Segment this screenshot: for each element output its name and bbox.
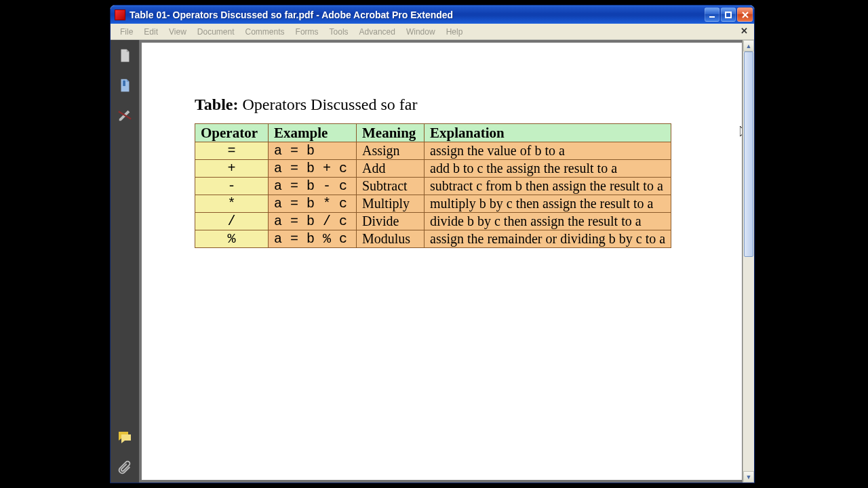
col-operator: Operator — [195, 124, 269, 142]
table-row: / a = b / c Divide divide b by c then as… — [195, 213, 671, 230]
menu-advanced[interactable]: Advanced — [354, 26, 401, 38]
cell-operator: = — [195, 142, 269, 160]
navigation-panel — [111, 40, 139, 483]
cell-explanation: subtract c from b then assign the result… — [425, 178, 671, 195]
cell-operator: - — [195, 178, 269, 195]
cell-operator: / — [195, 213, 269, 230]
svg-rect-0 — [709, 16, 715, 18]
cell-example: a = b — [269, 142, 357, 160]
cell-example: a = b + c — [269, 160, 357, 178]
attachments-panel-icon[interactable] — [116, 458, 134, 476]
menu-window[interactable]: Window — [401, 26, 441, 38]
page-title: Table: Operators Discussed so far — [195, 96, 728, 114]
window-controls — [705, 7, 753, 22]
cell-explanation: assign the value of b to a — [425, 142, 671, 160]
menu-view[interactable]: View — [163, 26, 192, 38]
title-text: Operators Discussed so far — [238, 96, 417, 113]
bookmarks-panel-icon[interactable] — [116, 77, 134, 94]
svg-rect-1 — [726, 12, 731, 18]
col-meaning: Meaning — [357, 124, 425, 142]
col-example: Example — [269, 124, 357, 142]
scroll-thumb[interactable] — [744, 52, 753, 257]
menu-forms[interactable]: Forms — [290, 26, 324, 38]
cell-example: a = b - c — [269, 178, 357, 195]
menu-bar: File Edit View Document Comments Forms T… — [111, 24, 754, 40]
window-title: Table 01- Operators Discussed so far.pdf… — [130, 9, 705, 20]
scroll-up-button[interactable]: ▲ — [743, 40, 754, 52]
menu-edit[interactable]: Edit — [138, 26, 163, 38]
signatures-panel-icon[interactable] — [116, 106, 134, 124]
cell-meaning: Modulus — [357, 230, 425, 248]
document-close-button[interactable]: ✕ — [738, 25, 750, 37]
svg-rect-2 — [123, 81, 125, 86]
cell-meaning: Assign — [357, 142, 425, 160]
app-window: Table 01- Operators Discussed so far.pdf… — [110, 5, 755, 483]
maximize-button[interactable] — [721, 7, 736, 22]
col-explanation: Explanation — [425, 124, 671, 142]
cell-explanation: divide b by c then assign the result to … — [425, 213, 671, 230]
cell-meaning: Divide — [357, 213, 425, 230]
minimize-button[interactable] — [705, 7, 719, 22]
document-area: Table: Operators Discussed so far Operat… — [139, 40, 754, 483]
pdf-app-icon — [115, 9, 125, 20]
operators-table: Operator Example Meaning Explanation = a… — [195, 123, 671, 248]
scroll-down-button[interactable]: ▼ — [743, 471, 754, 483]
menu-document[interactable]: Document — [192, 26, 240, 38]
close-button[interactable] — [737, 7, 753, 22]
scroll-track[interactable] — [743, 52, 754, 471]
pdf-page[interactable]: Table: Operators Discussed so far Operat… — [141, 42, 743, 481]
cell-explanation: add b to c the assign the result to a — [425, 160, 671, 178]
cell-meaning: Multiply — [357, 195, 425, 213]
cell-meaning: Add — [357, 160, 425, 178]
table-row: - a = b - c Subtract subtract c from b t… — [195, 178, 671, 195]
cell-operator: % — [195, 230, 269, 248]
pages-panel-icon[interactable] — [116, 47, 134, 64]
table-row: % a = b % c Modulus assign the remainder… — [195, 230, 671, 248]
cell-meaning: Subtract — [357, 178, 425, 195]
title-bar[interactable]: Table 01- Operators Discussed so far.pdf… — [111, 5, 754, 24]
cell-explanation: assign the remainder or dividing b by c … — [425, 230, 671, 248]
menu-file[interactable]: File — [115, 26, 138, 38]
menu-comments[interactable]: Comments — [240, 26, 290, 38]
table-row: = a = b Assign assign the value of b to … — [195, 142, 671, 160]
cell-operator: * — [195, 195, 269, 213]
comments-panel-icon[interactable] — [116, 428, 134, 446]
menu-help[interactable]: Help — [441, 26, 469, 38]
menu-tools[interactable]: Tools — [324, 26, 354, 38]
workspace: Table: Operators Discussed so far Operat… — [111, 40, 754, 483]
cell-explanation: multiply b by c then assign the result t… — [425, 195, 671, 213]
title-label: Table: — [195, 96, 238, 113]
vertical-scrollbar[interactable]: ▲ ▼ — [743, 40, 754, 483]
table-header-row: Operator Example Meaning Explanation — [195, 124, 671, 142]
cell-example: a = b % c — [269, 230, 357, 248]
cell-operator: + — [195, 160, 269, 178]
table-row: + a = b + c Add add b to c the assign th… — [195, 160, 671, 178]
cell-example: a = b / c — [269, 213, 357, 230]
cell-example: a = b * c — [269, 195, 357, 213]
table-row: * a = b * c Multiply multiply b by c the… — [195, 195, 671, 213]
